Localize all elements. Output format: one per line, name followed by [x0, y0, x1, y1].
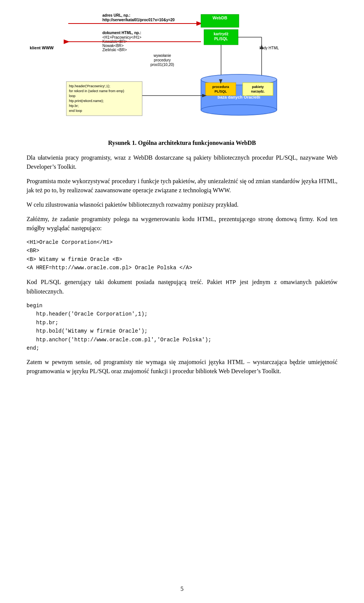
svg-text:pakiety: pakiety — [252, 85, 264, 89]
page: adres URL, np.: http://serwer/katal01/pr… — [0, 0, 364, 603]
svg-text:klient WWW: klient WWW — [30, 46, 54, 50]
svg-text:proc01(10,20): proc01(10,20) — [151, 63, 174, 67]
figure-caption: Rysunek 1. Ogólna architektura funkcjono… — [27, 140, 337, 146]
svg-text:http://serwer/katal01/proc01?x: http://serwer/katal01/proc01?x=10&y=20 — [102, 18, 175, 22]
page-number: 5 — [180, 586, 184, 592]
svg-text:end loop: end loop — [69, 109, 82, 113]
paragraph-2: Programista może wykorzystywać procedury… — [27, 177, 337, 195]
svg-text:<H1>Pracownicy</H1>: <H1>Pracownicy</H1> — [102, 35, 141, 39]
svg-text:loop: loop — [69, 94, 75, 98]
code-block-html: <H1>Oracle Corporation</H1> <BR> <B> Wit… — [27, 238, 337, 272]
diagram-container: adres URL, np.: http://serwer/katal01/pr… — [27, 11, 337, 129]
svg-text:WebDB: WebDB — [213, 16, 228, 20]
svg-text:kody HTML: kody HTML — [259, 46, 279, 50]
svg-text:PL/SQL: PL/SQL — [215, 90, 227, 93]
svg-text:Nowak<BR>: Nowak<BR> — [102, 44, 124, 48]
svg-text:Zieliński <BR>: Zieliński <BR> — [102, 48, 127, 52]
paragraph-1: Dla ułatwienia pracy programisty, wraz z… — [27, 153, 337, 171]
svg-text:htp.print(rekord.name);: htp.print(rekord.name); — [69, 99, 104, 103]
inline-code-htp: HTP — [226, 280, 236, 286]
svg-text:dokument HTML, np.:: dokument HTML, np.: — [102, 31, 141, 35]
paragraph-last: Zatem w pewnym sensie, od programisty ni… — [27, 358, 337, 376]
svg-text:procedura: procedura — [212, 85, 229, 89]
architecture-diagram: adres URL, np.: http://serwer/katal01/pr… — [27, 11, 337, 129]
svg-text:narzędz.: narzędz. — [251, 90, 265, 93]
svg-text:wywołanie: wywołanie — [153, 53, 171, 58]
svg-text:htp.header('Pracownicy',1);: htp.header('Pracownicy',1); — [69, 84, 110, 88]
paragraph-3: W celu zilustrowania własności pakietów … — [27, 200, 337, 209]
svg-text:htp.br;: htp.br; — [69, 104, 79, 108]
svg-text:PL/SQL: PL/SQL — [214, 37, 228, 41]
svg-point-26 — [201, 105, 277, 115]
paragraph-mid: Kod PL/SQL generujący taki dokument posi… — [27, 278, 337, 297]
svg-text:kartrydż: kartrydż — [214, 32, 229, 36]
paragraph-4: Załóżmy, że zadanie programisty polega n… — [27, 215, 337, 233]
code-block-plsql: begin htp.header('Oracle Corporation',1)… — [27, 302, 337, 352]
svg-text:adres URL, np.:: adres URL, np.: — [102, 13, 130, 17]
svg-text:procedury: procedury — [154, 58, 171, 62]
svg-text:for rekord in (select name fro: for rekord in (select name from emp) — [69, 89, 124, 93]
